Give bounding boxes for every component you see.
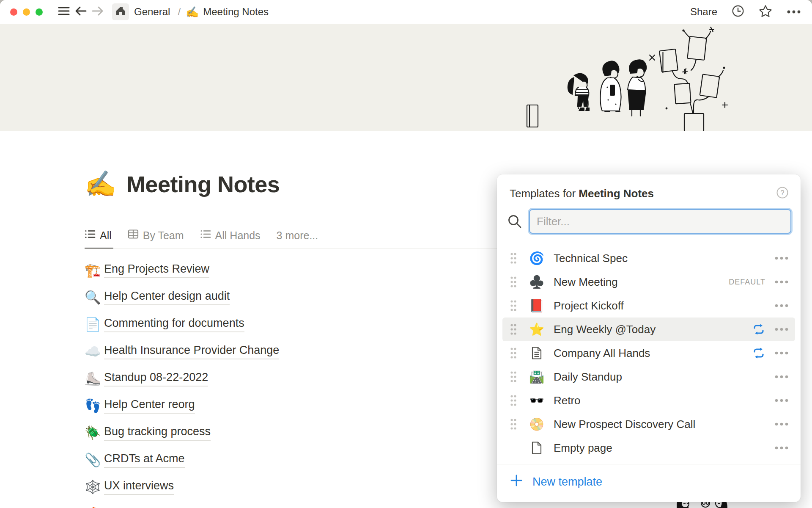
template-row[interactable]: 📀 New Prospect Discovery Call <box>502 412 795 436</box>
filter-input[interactable] <box>529 209 791 234</box>
page-item-emoji: 🏗️ <box>85 264 104 277</box>
row-ellipsis-icon[interactable] <box>775 422 788 426</box>
page-header: ✍️ Meeting Notes <box>85 171 280 197</box>
page-item-title[interactable]: Bug tracking process <box>104 425 211 441</box>
template-label: Eng Weekly @Today <box>554 323 752 336</box>
row-ellipsis-icon[interactable] <box>775 280 788 284</box>
template-row[interactable]: Company All Hands <box>502 341 795 365</box>
template-row[interactable]: 📕 Project Kickoff <box>502 294 795 318</box>
page-item-emoji: 📎 <box>85 453 104 467</box>
list-item[interactable]: ☁️Health Insurance Provider Change <box>85 338 491 365</box>
row-ellipsis-icon[interactable] <box>775 328 788 331</box>
page-item-title[interactable]: Standup 08-22-2022 <box>104 371 208 387</box>
page-item-title[interactable]: Eng Projects Review <box>104 262 209 278</box>
titlebar: General / ✍️ Meeting Notes Share <box>0 0 812 24</box>
template-list: 🌀 Technical Spec ♣️ New Meeting DEFAULT … <box>497 239 801 460</box>
row-ellipsis-icon[interactable] <box>775 399 788 402</box>
page-item-title[interactable]: Help Center reorg <box>104 398 195 414</box>
template-label: New Meeting <box>554 276 729 289</box>
tab-label: By Team <box>143 229 184 242</box>
page-item-title[interactable]: CRDTs at Acme <box>104 452 185 468</box>
template-row-empty-page[interactable]: Empty page <box>502 436 795 460</box>
search-icon <box>507 214 522 229</box>
row-ellipsis-icon[interactable] <box>775 375 788 378</box>
recurring-icon[interactable] <box>752 346 765 360</box>
list-item[interactable]: 👣Help Center reorg <box>85 392 491 419</box>
tab-label: All Hands <box>215 229 261 242</box>
breadcrumb-page-emoji: ✍️ <box>186 6 199 18</box>
recurring-icon[interactable] <box>752 323 765 336</box>
popup-title: Templates for Meeting Notes <box>510 187 654 200</box>
tab-by-team[interactable]: By Team <box>128 229 186 249</box>
row-ellipsis-icon[interactable] <box>775 446 788 450</box>
drag-handle-icon[interactable] <box>510 347 519 359</box>
help-icon[interactable]: ? <box>776 186 789 201</box>
clock-icon[interactable] <box>732 5 744 19</box>
drag-handle-icon[interactable] <box>510 276 519 288</box>
page-item-title[interactable]: Q1 Bug Bash <box>104 506 172 508</box>
page-item-emoji: 📄 <box>85 318 104 331</box>
list-item[interactable]: 🕸️UX interviews <box>85 473 491 500</box>
document-lines-icon <box>529 346 544 360</box>
tab-all[interactable]: All <box>85 229 113 249</box>
zoom-window-button[interactable] <box>36 8 43 16</box>
share-button[interactable]: Share <box>690 6 717 18</box>
page-item-title[interactable]: UX interviews <box>104 479 174 495</box>
tab-label: All <box>100 229 112 242</box>
template-row[interactable]: 🌀 Technical Spec <box>502 246 795 270</box>
row-ellipsis-icon[interactable] <box>775 257 788 260</box>
view-tabs: All By Team All Hands 3 more... <box>85 226 320 249</box>
list-item[interactable]: ⛸️Standup 08-22-2022 <box>85 365 491 392</box>
drag-handle-icon[interactable] <box>510 299 519 312</box>
back-arrow-icon <box>74 5 87 19</box>
list-item[interactable]: 📄Commenting for documents <box>85 311 491 338</box>
ellipsis-icon[interactable] <box>787 8 801 16</box>
page-item-emoji: ☁️ <box>85 345 104 358</box>
list-item[interactable]: 🏗️Eng Projects Review <box>85 257 491 284</box>
list-item[interactable]: 🪲Bug tracking process <box>85 419 491 446</box>
home-button[interactable] <box>112 3 129 20</box>
page-item-title[interactable]: Help Center design audit <box>104 290 230 305</box>
drag-handle-icon[interactable] <box>510 323 519 336</box>
page-item-title[interactable]: Commenting for documents <box>104 317 244 332</box>
forward-button[interactable] <box>89 3 106 20</box>
template-emoji: 📀 <box>529 418 544 431</box>
template-row[interactable]: 🛣️ Daily Standup <box>502 365 795 389</box>
template-emoji: ⭐ <box>529 323 544 336</box>
new-template-button[interactable]: New template <box>497 464 801 500</box>
drag-handle-icon[interactable] <box>510 252 519 265</box>
tab-label: 3 more... <box>277 229 318 242</box>
breadcrumb-root[interactable]: General <box>132 5 173 19</box>
row-ellipsis-icon[interactable] <box>775 304 788 307</box>
back-button[interactable] <box>72 3 89 20</box>
drag-handle-icon[interactable] <box>510 418 519 431</box>
list-item[interactable]: 🎪Q1 Bug Bash <box>85 500 491 508</box>
minimize-window-button[interactable] <box>23 8 30 16</box>
bulleted-list-icon <box>200 229 211 242</box>
tab-all-hands[interactable]: All Hands <box>200 229 262 249</box>
close-window-button[interactable] <box>10 8 17 16</box>
list-item[interactable]: 📎CRDTs at Acme <box>85 446 491 473</box>
template-label: Retro <box>554 394 775 407</box>
drag-handle-icon[interactable] <box>510 370 519 383</box>
star-icon[interactable] <box>759 5 772 19</box>
svg-text:?: ? <box>781 189 785 196</box>
drag-handle-icon[interactable] <box>510 394 519 407</box>
template-emoji: 🛣️ <box>529 371 544 383</box>
template-emoji: 🕶️ <box>529 395 544 407</box>
tab-more[interactable]: 3 more... <box>277 229 320 249</box>
template-row-selected[interactable]: ⭐ Eng Weekly @Today <box>502 318 795 341</box>
template-row[interactable]: 🕶️ Retro <box>502 389 795 412</box>
bulleted-list-icon <box>85 229 96 242</box>
breadcrumb-separator: / <box>178 6 181 18</box>
page-item-title[interactable]: Health Insurance Provider Change <box>104 344 279 359</box>
sidebar-menu-button[interactable] <box>55 3 72 20</box>
row-ellipsis-icon[interactable] <box>775 351 788 355</box>
template-row[interactable]: ♣️ New Meeting DEFAULT <box>502 270 795 294</box>
list-item[interactable]: 🔍Help Center design audit <box>85 284 491 311</box>
page-emoji[interactable]: ✍️ <box>85 171 116 197</box>
template-label: Project Kickoff <box>554 299 775 312</box>
breadcrumb-page[interactable]: Meeting Notes <box>203 6 269 18</box>
popup-title-prefix: Templates for <box>510 187 579 200</box>
page-title[interactable]: Meeting Notes <box>126 171 280 197</box>
